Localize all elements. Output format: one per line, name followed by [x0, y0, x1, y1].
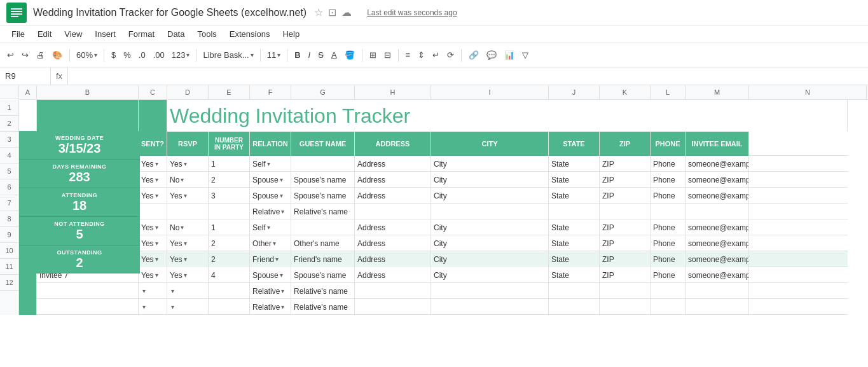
cell-phone-4[interactable]: Phone — [651, 219, 685, 235]
cell-city-3[interactable]: City — [431, 188, 549, 204]
cell-state-1[interactable]: State — [549, 156, 600, 172]
cell-rsvp-5[interactable]: Yes ▾ — [167, 235, 209, 251]
borders-button[interactable]: ⊞ — [366, 48, 380, 62]
col-header-e[interactable]: E — [209, 85, 250, 99]
row-header-5[interactable]: 5 — [0, 163, 18, 179]
col-header-a[interactable]: A — [19, 85, 37, 99]
cell-party-1[interactable]: 1 — [209, 156, 250, 172]
halign-button[interactable]: ≡ — [403, 48, 414, 62]
cell-party-2[interactable]: 2 — [209, 172, 250, 188]
col-header-b[interactable]: B — [37, 85, 139, 99]
cell-d6[interactable] — [167, 204, 209, 219]
cell-zip-2[interactable]: ZIP — [600, 172, 651, 188]
link-button[interactable]: 🔗 — [465, 48, 482, 62]
decimal-inc-button[interactable]: .00 — [150, 48, 168, 62]
col-header-f[interactable]: F — [250, 85, 291, 99]
cell-phone-7[interactable]: Phone — [651, 267, 685, 283]
row-header-9[interactable]: 9 — [0, 227, 18, 243]
currency-button[interactable]: $ — [108, 48, 119, 62]
col-header-l[interactable]: L — [651, 85, 685, 99]
col-header-g[interactable]: G — [291, 85, 355, 99]
row-header-4[interactable]: 4 — [0, 148, 18, 163]
cell-i12[interactable] — [431, 299, 549, 315]
cell-city-4[interactable]: City — [431, 219, 549, 235]
header-state[interactable]: STATE — [549, 132, 600, 156]
header-relation[interactable]: RELATION — [250, 132, 291, 156]
cell-email-5[interactable]: someone@example.com — [685, 235, 749, 251]
cell-b11[interactable] — [37, 283, 139, 299]
cell-k6[interactable] — [600, 204, 651, 219]
cell-m12[interactable] — [685, 299, 749, 315]
cell-m11[interactable] — [685, 283, 749, 299]
valign-button[interactable]: ⇕ — [415, 48, 428, 62]
menu-insert[interactable]: Insert — [90, 28, 121, 40]
italic-button[interactable]: I — [305, 48, 314, 62]
cell-guestname-1[interactable] — [291, 156, 355, 172]
row-header-10[interactable]: 10 — [0, 243, 18, 259]
cell-a12[interactable] — [19, 299, 37, 315]
cell-party-6[interactable]: 2 — [209, 251, 250, 267]
cell-rsvp-1[interactable]: Yes ▾ — [167, 156, 209, 172]
col-header-c[interactable]: C — [139, 85, 167, 99]
col-header-d[interactable]: D — [167, 85, 209, 99]
cell-relation-4[interactable]: Self ▾ — [250, 219, 291, 235]
cell-guestname-3b[interactable]: Relative's name — [291, 204, 355, 219]
col-header-j[interactable]: J — [549, 85, 600, 99]
cell-e11[interactable] — [209, 283, 250, 299]
cell-sent-1[interactable]: Yes ▾ — [139, 156, 167, 172]
cell-c11[interactable]: ▾ — [139, 283, 167, 299]
cell-relation-3b[interactable]: Relative ▾ — [250, 204, 291, 219]
cell-city-1[interactable]: City — [431, 156, 549, 172]
header-zip[interactable]: ZIP — [600, 132, 651, 156]
comment-button[interactable]: 💬 — [483, 48, 500, 62]
cell-email-2[interactable]: someone@example.com — [685, 172, 749, 188]
cell-d11[interactable]: ▾ — [167, 283, 209, 299]
header-email[interactable]: INVITEE EMAIL — [685, 132, 749, 156]
formula-input[interactable] — [68, 67, 868, 85]
cell-guestname-7c[interactable]: Relative's name — [291, 299, 355, 315]
cell-party-7[interactable]: 4 — [209, 267, 250, 283]
cell-relation-7[interactable]: Spouse ▾ — [250, 267, 291, 283]
menu-help[interactable]: Help — [277, 28, 305, 40]
row-header-11[interactable]: 11 — [0, 259, 18, 275]
fill-color-button[interactable]: 🪣 — [341, 48, 358, 62]
cell-email-3[interactable]: someone@example.com — [685, 188, 749, 204]
menu-extensions[interactable]: Extensions — [224, 28, 275, 40]
cell-relation-5[interactable]: Other ▾ — [250, 235, 291, 251]
cell-address-3[interactable]: Address — [355, 188, 431, 204]
header-address[interactable]: ADDRESS — [355, 132, 431, 156]
cell-address-7[interactable]: Address — [355, 267, 431, 283]
cell-phone-3[interactable]: Phone — [651, 188, 685, 204]
menu-file[interactable]: File — [6, 28, 30, 40]
cell-e12[interactable] — [209, 299, 250, 315]
cell-sent-3[interactable]: Yes ▾ — [139, 188, 167, 204]
cell-e6[interactable] — [209, 204, 250, 219]
cell-j6[interactable] — [549, 204, 600, 219]
col-header-n[interactable]: N — [749, 85, 867, 99]
cell-d12[interactable]: ▾ — [167, 299, 209, 315]
cloud-icon[interactable]: ☁ — [341, 6, 352, 18]
cell-zip-4[interactable]: ZIP — [600, 219, 651, 235]
cell-zip-6[interactable]: ZIP — [600, 251, 651, 267]
col-header-i[interactable]: I — [431, 85, 549, 99]
cell-sent-2[interactable]: Yes ▾ — [139, 172, 167, 188]
merge-button[interactable]: ⊟ — [381, 48, 394, 62]
cell-guestname-7[interactable]: Spouse's name — [291, 267, 355, 283]
save-to-drive-icon[interactable]: ⊡ — [328, 6, 336, 18]
cell-rsvp-7[interactable]: Yes ▾ — [167, 267, 209, 283]
cell-title[interactable]: Wedding Invitation Tracker — [167, 100, 848, 132]
menu-tools[interactable]: Tools — [192, 28, 221, 40]
cell-rsvp-4[interactable]: No ▾ — [167, 219, 209, 235]
cell-party-5[interactable]: 2 — [209, 235, 250, 251]
cell-email-6[interactable]: someone@example.com — [685, 251, 749, 267]
strikethrough-button[interactable]: S — [315, 48, 327, 62]
wrap-button[interactable]: ↵ — [429, 48, 443, 62]
cell-email-7[interactable]: someone@example.com — [685, 267, 749, 283]
menu-data[interactable]: Data — [162, 28, 189, 40]
cell-phone-5[interactable]: Phone — [651, 235, 685, 251]
cell-sent-7[interactable]: Yes ▾ — [139, 267, 167, 283]
cell-guestname-4[interactable] — [291, 219, 355, 235]
cell-state-7[interactable]: State — [549, 267, 600, 283]
cell-phone-1[interactable]: Phone — [651, 156, 685, 172]
cell-guestname-6[interactable]: Friend's name — [291, 251, 355, 267]
